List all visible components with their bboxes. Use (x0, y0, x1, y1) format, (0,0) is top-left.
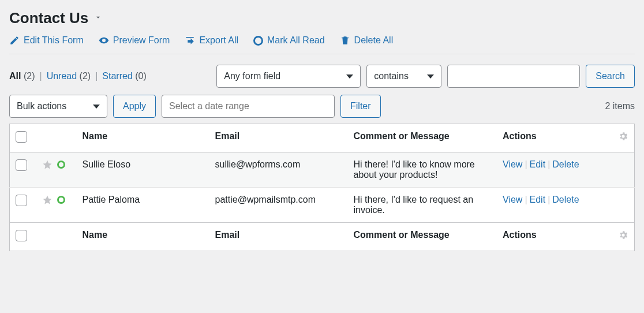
entry-message: Hi there! I'd like to know more about yo… (348, 152, 497, 188)
edit-link[interactable]: Edit (530, 195, 546, 204)
entries-table: Name Email Comment or Message Actions Su… (9, 124, 635, 251)
export-icon (185, 35, 195, 46)
eye-icon (99, 35, 109, 46)
entry-email: pattie@wpmailsmtp.com (209, 188, 348, 223)
apply-button[interactable]: Apply (113, 95, 156, 118)
select-all-checkbox[interactable] (16, 131, 27, 143)
preview-form-link[interactable]: Preview Form (99, 35, 170, 46)
filter-bar: All (2) | Unread (2) | Starred (0) Any f… (9, 54, 635, 91)
edit-this-form-link[interactable]: Edit This Form (9, 35, 84, 46)
column-email[interactable]: Email (209, 124, 348, 152)
star-icon[interactable] (42, 195, 53, 205)
search-field-selected: Any form field (224, 71, 280, 81)
entry-name: Pattie Paloma (77, 188, 209, 223)
chevron-down-icon (346, 74, 353, 79)
search-field-select[interactable]: Any form field (216, 65, 361, 88)
edit-link[interactable]: Edit (530, 159, 546, 169)
entry-name: Sullie Eloso (77, 152, 209, 188)
view-link[interactable]: View (503, 159, 522, 169)
delete-link[interactable]: Delete (552, 159, 579, 169)
mark-all-read-link[interactable]: Mark All Read (253, 35, 325, 46)
column-message[interactable]: Comment or Message (348, 223, 497, 251)
gear-icon[interactable] (618, 131, 628, 141)
circle-icon (253, 36, 263, 46)
separator: | (39, 71, 42, 81)
delete-all-link[interactable]: Delete All (340, 35, 394, 46)
filter-button[interactable]: Filter (340, 95, 381, 118)
table-row: Sullie Eloso sullie@wpforms.com Hi there… (10, 152, 635, 188)
filter-all-count: (2) (24, 71, 35, 81)
entry-email: sullie@wpforms.com (209, 152, 348, 188)
separator: | (95, 71, 98, 81)
toolbar-label: Delete All (354, 35, 394, 46)
filter-all[interactable]: All (9, 71, 21, 81)
entry-message: Hi there, I'd like to request an invoice… (348, 188, 497, 223)
filter-unread-count: (2) (80, 71, 91, 81)
pencil-icon (9, 35, 20, 46)
filter-unread[interactable]: Unread (47, 71, 77, 81)
read-indicator-icon[interactable] (57, 196, 65, 204)
bulk-action-selected: Bulk actions (17, 101, 66, 111)
table-header-row: Name Email Comment or Message Actions (10, 124, 635, 152)
status-filters: All (2) | Unread (2) | Starred (0) (9, 71, 147, 81)
row-checkbox[interactable] (16, 159, 27, 171)
search-operator-select[interactable]: contains (366, 65, 441, 88)
page-title: Contact Us (9, 9, 88, 27)
table-footer-row: Name Email Comment or Message Actions (10, 223, 635, 251)
column-actions: Actions (497, 223, 612, 251)
toolbar-label: Preview Form (113, 35, 170, 46)
column-message[interactable]: Comment or Message (348, 124, 497, 152)
search-operator-selected: contains (374, 71, 409, 81)
star-icon[interactable] (42, 159, 53, 170)
gear-icon[interactable] (618, 230, 628, 240)
form-toolbar: Edit This Form Preview Form Export All M… (9, 35, 635, 46)
export-all-link[interactable]: Export All (185, 35, 238, 46)
toolbar-label: Mark All Read (267, 35, 325, 46)
trash-icon (340, 35, 350, 46)
bulk-actions-select[interactable]: Bulk actions (9, 95, 107, 118)
read-indicator-icon[interactable] (57, 161, 65, 169)
search-value-input[interactable] (447, 65, 580, 88)
items-count: 2 items (605, 101, 635, 111)
filter-starred-count: (0) (135, 71, 147, 81)
view-link[interactable]: View (503, 195, 522, 204)
row-checkbox[interactable] (16, 195, 27, 206)
delete-link[interactable]: Delete (552, 195, 579, 204)
date-range-input[interactable] (162, 95, 335, 118)
column-email[interactable]: Email (209, 223, 348, 251)
column-name[interactable]: Name (77, 223, 209, 251)
filter-starred[interactable]: Starred (102, 71, 132, 81)
column-name[interactable]: Name (77, 124, 209, 152)
table-actions-row: Bulk actions Apply Filter 2 items (9, 91, 635, 124)
page-title-row: Contact Us (9, 9, 635, 27)
chevron-down-icon[interactable] (94, 13, 102, 24)
search-button[interactable]: Search (586, 65, 635, 88)
column-actions: Actions (497, 124, 612, 152)
chevron-down-icon (93, 105, 100, 109)
chevron-down-icon (427, 74, 434, 79)
select-all-checkbox-footer[interactable] (16, 230, 27, 241)
toolbar-label: Edit This Form (24, 35, 84, 46)
toolbar-label: Export All (199, 35, 238, 46)
table-row: Pattie Paloma pattie@wpmailsmtp.com Hi t… (10, 188, 635, 223)
